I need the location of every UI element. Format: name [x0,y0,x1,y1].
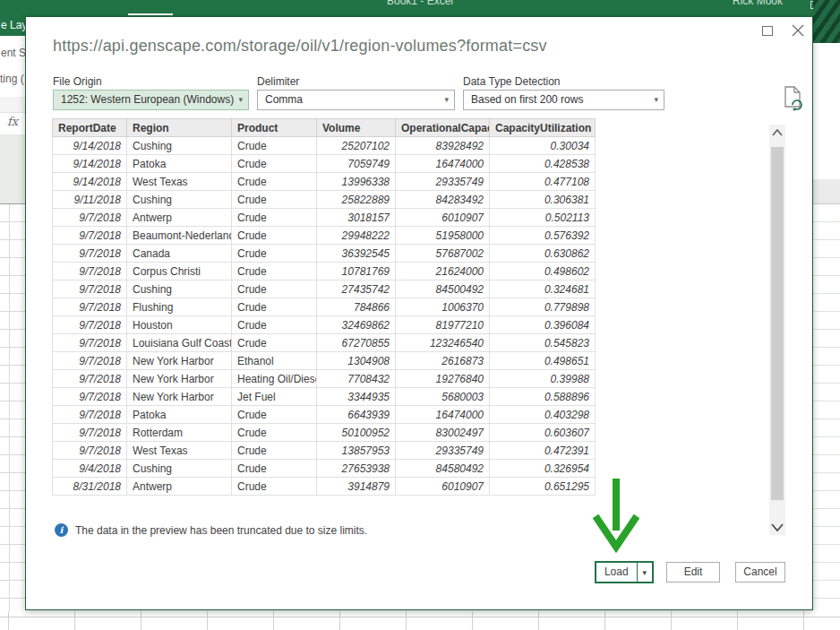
chevron-down-icon: ▾ [654,91,658,109]
cell: Crude [232,191,317,209]
column-header[interactable]: Volume [317,119,396,137]
table-row[interactable]: 9/4/2018CushingCrude27653938845804920.32… [53,460,596,478]
table-row[interactable]: 9/7/2018New York HarborHeating Oil/Diese… [53,370,596,388]
cell: 29948222 [317,227,396,245]
cell: 84500492 [396,280,490,298]
table-row[interactable]: 9/7/2018PatokaCrude6643939164740000.4032… [53,406,596,424]
cell: 83002497 [396,424,490,442]
vertical-scrollbar[interactable] [769,125,785,535]
cell: Rotterdam [127,424,232,442]
column-header[interactable]: ReportDate [53,119,127,137]
table-row[interactable]: 9/11/2018CushingCrude25822889842834920.3… [53,191,596,209]
data-type-detection-dropdown[interactable]: Based on first 200 rows ▾ [463,90,664,110]
cell: Cushing [127,280,232,298]
name-box-strip [0,97,25,113]
data-preview: ReportDateRegionProductVolumeOperational… [52,118,596,496]
cell: 0.477108 [490,173,596,191]
table-row[interactable]: 9/14/2018CushingCrude25207102839284920.3… [53,137,596,155]
table-row[interactable]: 9/7/2018New York HarborEthanol1304908261… [53,352,596,370]
cell: 9/7/2018 [53,352,127,370]
cell: Ethanol [232,352,317,370]
cell: 9/7/2018 [53,245,127,263]
delimiter-label: Delimiter [257,75,299,88]
scroll-down-icon[interactable] [769,519,785,535]
table-row[interactable]: 9/7/2018New York HarborJet Fuel334493556… [53,388,596,406]
cell: 9/7/2018 [53,263,127,280]
maximize-icon[interactable] [762,26,773,36]
column-header[interactable]: Region [127,119,232,137]
cell: 81977210 [396,316,490,334]
cell: 13857953 [317,442,396,460]
table-row[interactable]: 9/7/2018West TexasCrude13857953293357490… [53,442,596,460]
worksheet-grid-right [813,204,840,612]
cell: Cushing [127,137,232,155]
table-row[interactable]: 9/7/2018CushingCrude27435742845004920.32… [53,280,596,298]
column-header[interactable]: CapacityUtilization [490,119,596,137]
refresh-preview-icon[interactable] [784,86,803,113]
delimiter-dropdown[interactable]: Comma ▾ [257,90,455,110]
cell: 0.324681 [490,280,596,298]
cell: 1304908 [317,352,396,370]
table-row[interactable]: 9/7/2018FlushingCrude78486610063700.7798… [53,298,596,316]
column-header[interactable]: OperationalCapacity [396,119,490,137]
cell: 27435742 [317,280,396,298]
excel-titlebar: Book1 - Excel Rick Mook [0,0,840,18]
cell: 36392545 [317,245,396,263]
column-header-band: R [813,179,840,204]
scroll-up-icon[interactable] [769,125,785,141]
cell: 3018157 [317,209,396,227]
cell: Crude [232,137,317,155]
data-type-detection-value: Based on first 200 rows [471,93,583,106]
table-row[interactable]: 9/7/2018Beaumont-NederlandCrude299482225… [53,227,596,245]
table-row[interactable]: 9/7/2018CanadaCrude36392545576870020.630… [53,245,596,263]
table-row[interactable]: 9/7/2018Corpus ChristiCrude1078176921624… [53,263,596,280]
cell: 16474000 [396,155,490,173]
cell: 0.403298 [490,406,596,424]
cell: 29335749 [396,173,490,191]
cell: Crude [232,209,317,227]
cell: 9/7/2018 [53,442,127,460]
cell: Crude [232,334,317,352]
cell: Jet Fuel [232,388,317,406]
table-row[interactable]: 9/7/2018AntwerpCrude301815760109070.5021… [53,209,596,227]
cell: Crude [232,280,317,298]
table-row[interactable]: 9/14/2018West TexasCrude1399633829335749… [53,173,596,191]
chevron-down-icon: ▾ [238,91,243,109]
cell: 6010907 [396,478,490,496]
cell: 13996338 [317,173,396,191]
cell: 784866 [317,298,396,316]
load-button[interactable]: Load [596,563,637,582]
table-row[interactable]: 9/7/2018Louisiana Gulf CoastCrude6727085… [53,334,596,352]
cell: 21624000 [396,263,490,280]
cell: 5680003 [396,388,490,406]
cell: 0.326954 [490,460,596,478]
load-dropdown-icon[interactable]: ▾ [637,563,652,582]
cell: 0.498651 [490,352,596,370]
file-origin-dropdown[interactable]: 1252: Western European (Windows) ▾ [53,90,249,110]
scrollbar-thumb[interactable] [771,147,784,500]
cell: 9/14/2018 [53,173,127,191]
cell: 25207102 [317,137,396,155]
table-row[interactable]: 9/14/2018PatokaCrude7059749164740000.428… [53,155,596,173]
file-origin-label: File Origin [53,75,102,88]
close-icon[interactable] [791,23,805,38]
worksheet-grid-left [0,204,25,630]
excel-background-right: R [813,0,840,630]
quick-access-underline [128,13,173,15]
cell: Crude [232,316,317,334]
table-row[interactable]: 8/31/2018AntwerpCrude391487960109070.651… [53,478,596,496]
load-split-button[interactable]: Load ▾ [595,561,654,583]
cell: 0.545823 [490,334,596,352]
cell: 3914879 [317,478,396,496]
column-header[interactable]: Product [232,119,317,137]
edit-button[interactable]: Edit [666,562,720,583]
file-origin-value: 1252: Western European (Windows) [61,93,234,106]
table-row[interactable]: 9/7/2018RotterdamCrude50100952830024970.… [53,424,596,442]
cell: 0.396084 [490,316,596,334]
cell: 3344935 [317,388,396,406]
cell: 7708432 [317,370,396,388]
cancel-button[interactable]: Cancel [735,562,785,583]
table-row[interactable]: 9/7/2018HoustonCrude32469862819772100.39… [53,316,596,334]
cell: 9/7/2018 [53,406,127,424]
cell: Crude [232,424,317,442]
